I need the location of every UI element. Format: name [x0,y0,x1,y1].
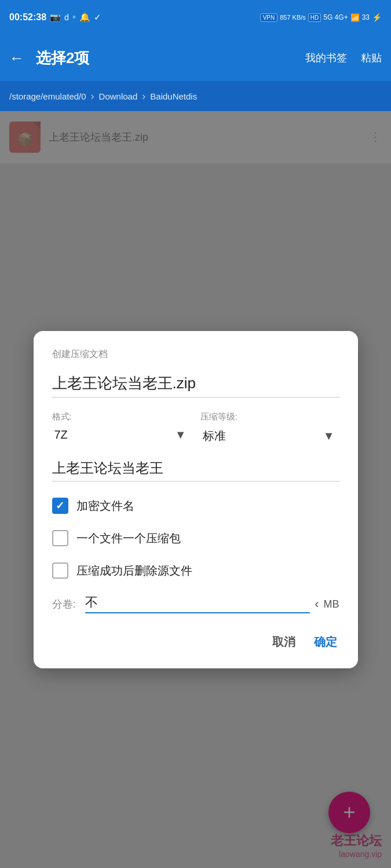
delete-source-checkbox[interactable] [52,562,68,579]
encrypt-filename-label: 加密文件名 [76,498,134,513]
split-unit: MB [324,598,339,610]
lightning-icon: ⚡ [372,13,382,22]
level-label: 压缩等级: [200,411,339,422]
level-select[interactable]: 标准 ▼ [200,426,339,446]
format-dropdown-arrow: ▼ [175,428,187,442]
create-archive-dialog: 创建压缩文档 格式: 7Z ▼ 压缩等级: 标准 ▼ 加密文件名 [34,331,358,668]
status-bar: 00:52:38 📷 d • 🔔 ✓ VPN 857 KB/s HD 5G 4G… [0,0,391,35]
split-chevron-icon[interactable]: ‹ [315,597,319,612]
status-right: VPN 857 KB/s HD 5G 4G+ 📶 33 ⚡ [260,13,382,22]
vpn-icon: VPN [260,13,278,22]
paste-button[interactable]: 粘贴 [361,51,382,65]
speed-indicator: 857 KB/s [280,14,306,21]
format-label: 格式: [52,411,191,422]
checkmark-icon: ✓ [94,12,101,23]
app-bar-title: 选择2项 [36,48,294,68]
cancel-button[interactable]: 取消 [270,630,298,654]
bookmark-button[interactable]: 我的书签 [305,51,347,65]
camera-icon: 📷 [50,12,61,23]
level-value: 标准 [203,428,226,444]
level-dropdown-arrow: ▼ [323,429,335,443]
breadcrumb-path1: /storage/emulated/0 [9,91,86,101]
delete-source-label: 压缩成功后删除源文件 [76,562,192,578]
source-input[interactable] [52,460,339,481]
back-button[interactable]: ← [9,49,24,67]
breadcrumb: /storage/emulated/0 › Download › BaiduNe… [0,81,391,111]
tiktok-icon: d [64,13,69,22]
battery-icon: 33 [362,13,370,21]
delete-source-row: 压缩成功后删除源文件 [52,562,339,579]
encrypt-filename-row: 加密文件名 [52,498,339,514]
hd-icon: HD [308,13,321,22]
one-file-per-archive-row: 一个文件一个压缩包 [52,530,339,546]
filename-input[interactable] [52,374,339,398]
level-group: 压缩等级: 标准 ▼ [200,411,339,446]
breadcrumb-path2: Download [99,91,138,101]
format-group: 格式: 7Z ▼ [52,411,191,444]
breadcrumb-sep2: › [142,90,145,102]
app-bar-actions: 我的书签 粘贴 [305,51,382,65]
split-input[interactable] [85,595,310,613]
confirm-button[interactable]: 确定 [312,630,339,654]
format-row: 格式: 7Z ▼ 压缩等级: 标准 ▼ [52,411,339,446]
split-label: 分卷: [52,597,76,611]
dialog-actions: 取消 确定 [52,630,339,654]
status-left: 00:52:38 📷 d • 🔔 ✓ [9,12,101,24]
app-bar: ← 选择2项 我的书签 粘贴 [0,35,391,81]
format-select[interactable]: 7Z ▼ [52,426,191,444]
dialog-title: 创建压缩文档 [52,348,339,361]
one-file-per-archive-checkbox[interactable] [52,530,68,546]
status-time: 00:52:38 [9,12,46,23]
encrypt-filename-checkbox[interactable] [52,498,68,514]
breadcrumb-path3: BaiduNetdis [150,91,197,101]
breadcrumb-sep1: › [91,90,94,102]
network-icon: 5G 4G+ [323,13,348,21]
one-file-per-archive-label: 一个文件一个压缩包 [76,530,181,546]
bell-icon: 🔔 [79,12,90,23]
bg-content: 📦 上老王论坛当老王.zip ⋮ 创建压缩文档 格式: 7Z ▼ 压缩等级: 标… [0,111,391,868]
dot-icon: • [72,12,76,24]
format-value: 7Z [54,428,68,442]
split-row: 分卷: ‹ MB [52,595,339,613]
wifi-icon: 📶 [350,13,360,22]
